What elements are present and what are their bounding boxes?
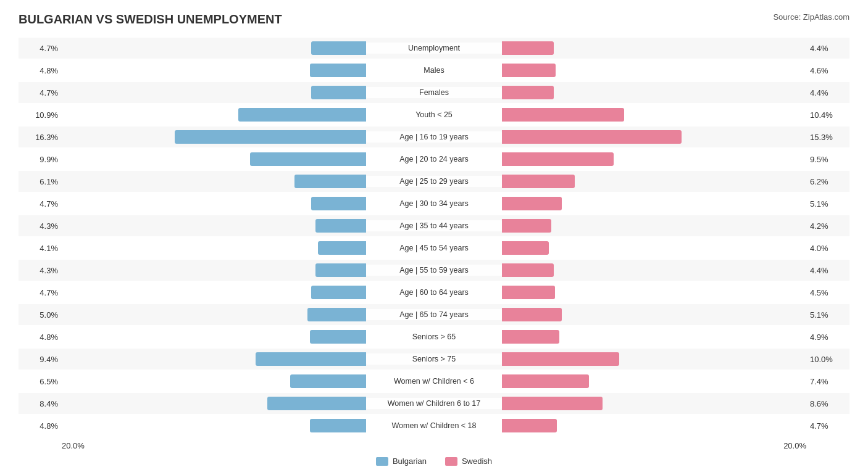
right-bar-container-women-ch-lt6 [502, 374, 806, 388]
right-bar-container-age-60-64 [502, 286, 806, 299]
right-bar-women-ch-lt18 [502, 419, 557, 432]
row-label-age-20-24: Age | 20 to 24 years [366, 154, 502, 165]
row-label-age-55-59: Age | 55 to 59 years [366, 265, 502, 276]
left-bar-seniors-75 [256, 352, 366, 366]
left-bar-container-age-45-54 [62, 241, 366, 255]
right-value-age-30-34: 5.1% [806, 199, 849, 209]
left-value-age-45-54: 4.1% [19, 244, 62, 253]
row-label-age-16-19: Age | 16 to 19 years [366, 131, 502, 143]
right-value-age-45-54: 4.0% [806, 244, 849, 253]
left-value-age-30-34: 4.7% [19, 199, 62, 209]
row-label-youth-25: Youth < 25 [366, 109, 502, 120]
right-value-age-16-19: 15.3% [806, 133, 849, 142]
left-bar-container-females [62, 86, 366, 99]
chart-row-age-20-24: 9.9% Age | 20 to 24 years 9.5% [19, 149, 849, 170]
right-bar-seniors-65 [502, 330, 559, 344]
chart-row-women-ch-6-17: 8.4% Women w/ Children 6 to 17 8.6% [19, 393, 849, 414]
left-bar-seniors-65 [310, 330, 366, 344]
row-label-age-30-34: Age | 30 to 34 years [366, 198, 502, 209]
x-axis-right: 20.0% [783, 441, 806, 450]
right-bar-females [502, 86, 554, 99]
left-value-age-60-64: 4.7% [19, 288, 62, 297]
row-label-women-ch-lt6: Women w/ Children < 6 [366, 376, 502, 387]
left-bar-container-women-ch-6-17 [62, 397, 366, 410]
right-bar-container-age-25-29 [502, 175, 806, 188]
right-bar-container-age-35-44 [502, 219, 806, 233]
right-bar-container-age-16-19 [502, 130, 806, 144]
right-bar-container-unemployment [502, 41, 806, 55]
right-value-unemployment: 4.4% [806, 44, 849, 53]
left-bar-container-age-60-64 [62, 286, 366, 299]
left-bar-women-ch-lt6 [290, 374, 367, 388]
right-value-males: 4.6% [806, 66, 849, 75]
left-bar-container-women-ch-lt6 [62, 374, 366, 388]
left-bar-age-35-44 [315, 219, 366, 233]
chart-row-age-60-64: 4.7% Age | 60 to 64 years 4.5% [19, 282, 849, 303]
left-bar-container-males [62, 64, 366, 77]
right-value-age-55-59: 4.4% [806, 266, 849, 275]
row-label-unemployment: Unemployment [366, 43, 502, 54]
left-bar-age-20-24 [250, 152, 366, 166]
left-bar-youth-25 [238, 108, 366, 122]
chart-row-unemployment: 4.7% Unemployment 4.4% [19, 38, 849, 59]
right-value-age-20-24: 9.5% [806, 155, 849, 164]
left-value-age-65-74: 5.0% [19, 310, 62, 320]
right-bar-women-ch-6-17 [502, 397, 603, 410]
left-value-seniors-75: 9.4% [19, 355, 62, 364]
header: BULGARIAN VS SWEDISH UNEMPLOYMENT Source… [19, 12, 849, 27]
left-value-females: 4.7% [19, 88, 62, 97]
left-value-seniors-65: 4.8% [19, 333, 62, 342]
right-bar-age-35-44 [502, 219, 551, 233]
left-bar-unemployment [311, 41, 366, 55]
right-bar-age-25-29 [502, 175, 575, 188]
legend-box-swedish [445, 457, 457, 466]
left-bar-age-55-59 [315, 263, 366, 277]
chart-row-females: 4.7% Females 4.4% [19, 82, 849, 103]
right-bar-container-seniors-75 [502, 352, 806, 366]
chart-area: 4.7% Unemployment 4.4% 4.8% Males 4.6% 4… [19, 38, 849, 436]
chart-row-age-65-74: 5.0% Age | 65 to 74 years 5.1% [19, 304, 849, 325]
right-bar-age-16-19 [502, 130, 682, 144]
row-label-women-ch-lt18: Women w/ Children < 18 [366, 420, 502, 431]
left-value-age-25-29: 6.1% [19, 177, 62, 186]
right-bar-women-ch-lt6 [502, 374, 589, 388]
left-bar-age-65-74 [307, 308, 366, 321]
left-bar-women-ch-lt18 [310, 419, 366, 432]
right-value-females: 4.4% [806, 88, 849, 97]
right-value-seniors-65: 4.9% [806, 333, 849, 342]
left-value-women-ch-6-17: 8.4% [19, 399, 62, 408]
left-bar-age-16-19 [175, 130, 366, 144]
left-bar-age-60-64 [311, 286, 366, 299]
legend-swedish: Swedish [445, 457, 492, 466]
right-value-seniors-75: 10.0% [806, 355, 849, 364]
left-bar-container-seniors-65 [62, 330, 366, 344]
right-bar-age-60-64 [502, 286, 555, 299]
right-bar-container-age-45-54 [502, 241, 806, 255]
legend: Bulgarian Swedish [19, 457, 849, 466]
row-label-females: Females [366, 87, 502, 98]
left-bar-age-25-29 [294, 175, 366, 188]
left-bar-container-age-25-29 [62, 175, 366, 188]
right-value-age-65-74: 5.1% [806, 310, 849, 320]
right-bar-age-30-34 [502, 197, 562, 210]
x-axis: 20.0% 20.0% [19, 441, 849, 450]
source-label: Source: ZipAtlas.com [773, 12, 849, 22]
right-value-age-35-44: 4.2% [806, 221, 849, 231]
right-bar-age-65-74 [502, 308, 562, 321]
right-bar-container-age-20-24 [502, 152, 806, 166]
right-value-women-ch-lt18: 4.7% [806, 421, 849, 431]
left-bar-age-30-34 [311, 197, 366, 210]
left-bar-container-women-ch-lt18 [62, 419, 366, 432]
left-value-women-ch-lt6: 6.5% [19, 377, 62, 386]
right-bar-container-age-55-59 [502, 263, 806, 277]
chart-row-age-16-19: 16.3% Age | 16 to 19 years 15.3% [19, 126, 849, 147]
chart-row-age-45-54: 4.1% Age | 45 to 54 years 4.0% [19, 238, 849, 258]
right-value-youth-25: 10.4% [806, 110, 849, 120]
chart-row-youth-25: 10.9% Youth < 25 10.4% [19, 104, 849, 125]
left-bar-container-age-30-34 [62, 197, 366, 210]
chart-row-age-25-29: 6.1% Age | 25 to 29 years 6.2% [19, 171, 849, 192]
right-bar-unemployment [502, 41, 554, 55]
legend-box-bulgarian [376, 457, 388, 466]
right-bar-age-55-59 [502, 263, 554, 277]
row-label-males: Males [366, 65, 502, 76]
